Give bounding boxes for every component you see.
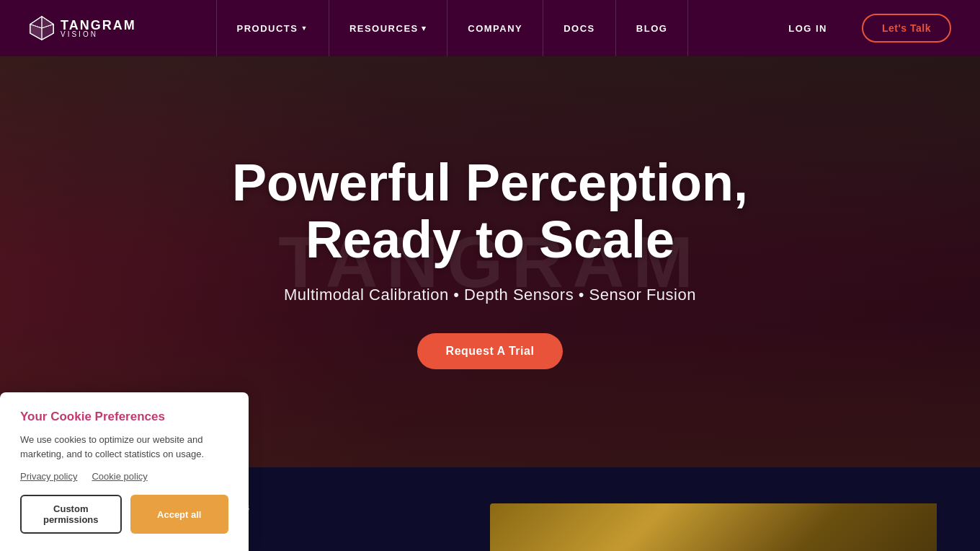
hero-content: Powerful Perception, Ready to Scale Mult… (218, 154, 762, 369)
accept-all-button[interactable]: Accept all (130, 495, 229, 534)
request-trial-button[interactable]: Request A Trial (417, 333, 564, 369)
cookie-title: Your Cookie Preferences (20, 410, 228, 424)
hero-subtitle: Multimodal Calibration • Depth Sensors •… (232, 286, 748, 304)
hero-title-line1: Powerful Perception, (232, 154, 748, 211)
nav-right: LOG IN Let's Talk (768, 14, 951, 43)
nav-products[interactable]: PRODUCTS (216, 0, 329, 56)
hero-title-line2: Ready to Scale (306, 211, 674, 268)
tangram-logo-icon (29, 15, 55, 41)
privacy-policy-link[interactable]: Privacy policy (20, 471, 77, 482)
hero-title: Powerful Perception, Ready to Scale (232, 154, 748, 268)
nav-docs[interactable]: DOCS (543, 0, 616, 56)
nav-blog[interactable]: BLOG (616, 0, 689, 56)
nav-company[interactable]: COMPANY (447, 0, 543, 56)
nav-links: PRODUCTS RESOURCES COMPANY DOCS BLOG (216, 0, 689, 56)
login-link[interactable]: LOG IN (768, 23, 847, 34)
lets-talk-button[interactable]: Let's Talk (862, 14, 951, 43)
content-image (490, 503, 937, 551)
cookie-description: We use cookies to optimize our website a… (20, 433, 228, 461)
logo[interactable]: TANGRAM VISION (29, 15, 136, 41)
cookie-buttons: Custom permissions Accept all (20, 495, 228, 534)
cookie-links: Privacy policy Cookie policy (20, 471, 228, 482)
navbar: TANGRAM VISION PRODUCTS RESOURCES COMPAN… (0, 0, 980, 56)
nav-resources[interactable]: RESOURCES (329, 0, 447, 56)
custom-permissions-button[interactable]: Custom permissions (20, 495, 122, 534)
cookie-policy-link[interactable]: Cookie policy (92, 471, 147, 482)
cookie-banner: Your Cookie Preferences We use cookies t… (0, 392, 249, 551)
